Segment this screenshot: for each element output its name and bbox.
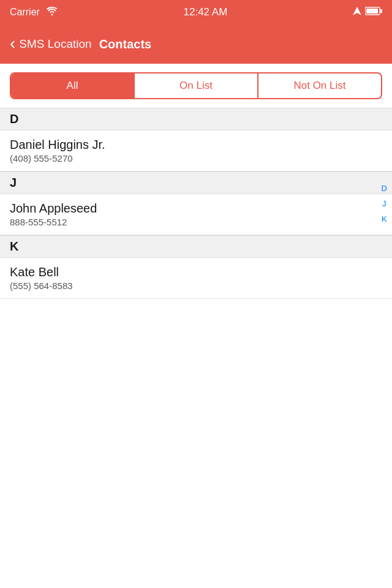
location-icon bbox=[353, 7, 361, 18]
status-right bbox=[353, 7, 382, 18]
segment-container: All On List Not On List bbox=[0, 64, 392, 108]
svg-rect-3 bbox=[380, 9, 382, 13]
status-left: Carrier bbox=[10, 7, 58, 18]
page-title: Contacts bbox=[99, 37, 152, 51]
contact-phone: (408) 555-5270 bbox=[10, 153, 382, 164]
section-header-k: K bbox=[0, 235, 392, 258]
table-row[interactable]: Daniel Higgins Jr. (408) 555-5270 bbox=[0, 130, 392, 172]
status-time: 12:42 AM bbox=[184, 6, 228, 18]
list-wrapper: D Daniel Higgins Jr. (408) 555-5270 J Jo… bbox=[0, 108, 392, 299]
index-scrubber: D J K bbox=[377, 182, 392, 225]
contact-phone: (555) 564-8583 bbox=[10, 281, 382, 291]
svg-marker-0 bbox=[353, 7, 361, 15]
table-row[interactable]: John Appleseed 888-555-5512 bbox=[0, 194, 392, 235]
tab-not-on-list[interactable]: Not On List bbox=[258, 74, 381, 98]
tab-all[interactable]: All bbox=[11, 74, 135, 98]
index-letter-j[interactable]: J bbox=[382, 200, 386, 208]
back-button[interactable]: ‹ SMS Location bbox=[10, 36, 92, 52]
back-label: SMS Location bbox=[19, 37, 91, 51]
nav-bar: ‹ SMS Location Contacts bbox=[0, 24, 392, 64]
svg-rect-2 bbox=[366, 9, 378, 13]
contact-phone: 888-555-5512 bbox=[10, 217, 382, 227]
section-header-j: J bbox=[0, 172, 392, 194]
contact-list-area: D Daniel Higgins Jr. (408) 555-5270 J Jo… bbox=[0, 108, 392, 299]
carrier-label: Carrier bbox=[10, 7, 40, 18]
segment-control: All On List Not On List bbox=[10, 72, 382, 99]
contact-name: John Appleseed bbox=[10, 202, 382, 216]
back-chevron-icon: ‹ bbox=[10, 35, 15, 52]
index-letter-d[interactable]: D bbox=[382, 184, 387, 192]
wifi-icon bbox=[46, 7, 58, 18]
contact-name: Kate Bell bbox=[10, 265, 382, 279]
tab-on-list[interactable]: On List bbox=[135, 74, 258, 98]
index-letter-k[interactable]: K bbox=[382, 215, 387, 223]
battery-icon bbox=[365, 7, 382, 18]
section-header-d: D bbox=[0, 108, 392, 130]
contact-name: Daniel Higgins Jr. bbox=[10, 138, 382, 152]
status-bar: Carrier 12:42 AM bbox=[0, 0, 392, 24]
table-row[interactable]: Kate Bell (555) 564-8583 bbox=[0, 258, 392, 299]
